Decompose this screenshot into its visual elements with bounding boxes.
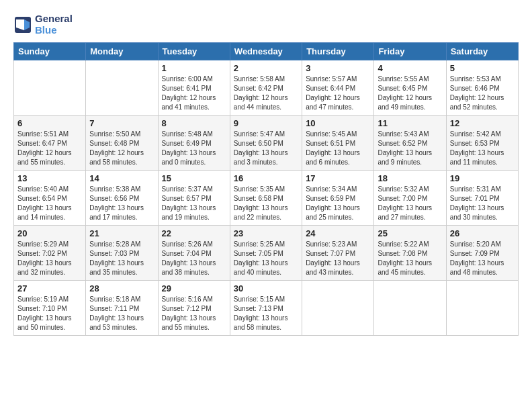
cell-sun-info: Sunrise: 5:22 AM Sunset: 7:08 PM Dayligh… [378,240,442,277]
day-number: 9 [234,118,298,128]
day-number: 26 [450,228,515,238]
cell-sun-info: Sunrise: 5:32 AM Sunset: 7:00 PM Dayligh… [378,185,442,222]
calendar-cell: 2Sunrise: 5:58 AM Sunset: 6:42 PM Daylig… [230,60,302,116]
day-number: 1 [162,63,226,73]
cell-sun-info: Sunrise: 5:15 AM Sunset: 7:13 PM Dayligh… [234,295,298,332]
calendar-cell [302,281,374,336]
calendar-cell [86,60,158,116]
logo-text: General Blue [35,13,73,36]
day-number: 18 [378,173,442,183]
cell-sun-info: Sunrise: 5:57 AM Sunset: 6:44 PM Dayligh… [306,75,370,112]
cell-sun-info: Sunrise: 5:16 AM Sunset: 7:12 PM Dayligh… [162,295,226,332]
day-number: 8 [162,118,226,128]
cell-sun-info: Sunrise: 5:47 AM Sunset: 6:50 PM Dayligh… [234,130,298,167]
cell-sun-info: Sunrise: 5:42 AM Sunset: 6:53 PM Dayligh… [450,130,515,167]
cell-sun-info: Sunrise: 5:18 AM Sunset: 7:11 PM Dayligh… [89,295,154,332]
calendar-cell [446,281,518,336]
col-header-tuesday: Tuesday [158,43,230,60]
day-number: 6 [17,118,82,128]
col-header-wednesday: Wednesday [230,43,302,60]
calendar-cell: 10Sunrise: 5:45 AM Sunset: 6:51 PM Dayli… [302,116,374,171]
day-number: 3 [306,63,370,73]
day-number: 28 [89,283,154,293]
calendar-cell: 27Sunrise: 5:19 AM Sunset: 7:10 PM Dayli… [14,281,86,336]
calendar-cell: 15Sunrise: 5:37 AM Sunset: 6:57 PM Dayli… [158,171,230,226]
cell-sun-info: Sunrise: 5:58 AM Sunset: 6:42 PM Dayligh… [234,75,298,112]
day-number: 16 [234,173,298,183]
calendar-cell: 12Sunrise: 5:42 AM Sunset: 6:53 PM Dayli… [446,116,518,171]
day-number: 14 [89,173,154,183]
calendar-cell: 8Sunrise: 5:48 AM Sunset: 6:49 PM Daylig… [158,116,230,171]
cell-sun-info: Sunrise: 6:00 AM Sunset: 6:41 PM Dayligh… [162,75,226,112]
day-number: 13 [17,173,82,183]
day-number: 24 [306,228,370,238]
cell-sun-info: Sunrise: 5:50 AM Sunset: 6:48 PM Dayligh… [89,130,154,167]
day-number: 15 [162,173,226,183]
day-number: 11 [378,118,442,128]
calendar-cell [14,60,86,116]
cell-sun-info: Sunrise: 5:51 AM Sunset: 6:47 PM Dayligh… [17,130,82,167]
cell-sun-info: Sunrise: 5:38 AM Sunset: 6:56 PM Dayligh… [89,185,154,222]
day-number: 20 [17,228,82,238]
col-header-monday: Monday [86,43,158,60]
calendar-table: SundayMondayTuesdayWednesdayThursdayFrid… [13,42,519,336]
logo-icon [13,15,32,34]
day-number: 27 [17,283,82,293]
page-header: General Blue [13,13,519,36]
day-number: 19 [450,173,515,183]
cell-sun-info: Sunrise: 5:45 AM Sunset: 6:51 PM Dayligh… [306,130,370,167]
calendar-cell: 25Sunrise: 5:22 AM Sunset: 7:08 PM Dayli… [374,226,446,281]
cell-sun-info: Sunrise: 5:26 AM Sunset: 7:04 PM Dayligh… [162,240,226,277]
calendar-cell: 17Sunrise: 5:34 AM Sunset: 6:59 PM Dayli… [302,171,374,226]
cell-sun-info: Sunrise: 5:28 AM Sunset: 7:03 PM Dayligh… [89,240,154,277]
calendar-cell: 24Sunrise: 5:23 AM Sunset: 7:07 PM Dayli… [302,226,374,281]
day-number: 12 [450,118,515,128]
day-number: 30 [234,283,298,293]
col-header-saturday: Saturday [446,43,518,60]
calendar-cell: 14Sunrise: 5:38 AM Sunset: 6:56 PM Dayli… [86,171,158,226]
calendar-cell: 4Sunrise: 5:55 AM Sunset: 6:45 PM Daylig… [374,60,446,116]
calendar-cell: 20Sunrise: 5:29 AM Sunset: 7:02 PM Dayli… [14,226,86,281]
calendar-week-row: 13Sunrise: 5:40 AM Sunset: 6:54 PM Dayli… [14,171,519,226]
calendar-week-row: 1Sunrise: 6:00 AM Sunset: 6:41 PM Daylig… [14,60,519,116]
calendar-cell: 5Sunrise: 5:53 AM Sunset: 6:46 PM Daylig… [446,60,518,116]
calendar-cell: 7Sunrise: 5:50 AM Sunset: 6:48 PM Daylig… [86,116,158,171]
calendar-cell: 19Sunrise: 5:31 AM Sunset: 7:01 PM Dayli… [446,171,518,226]
calendar-week-row: 20Sunrise: 5:29 AM Sunset: 7:02 PM Dayli… [14,226,519,281]
calendar-cell: 18Sunrise: 5:32 AM Sunset: 7:00 PM Dayli… [374,171,446,226]
calendar-cell: 16Sunrise: 5:35 AM Sunset: 6:58 PM Dayli… [230,171,302,226]
cell-sun-info: Sunrise: 5:53 AM Sunset: 6:46 PM Dayligh… [450,75,515,112]
day-number: 25 [378,228,442,238]
calendar-header-row: SundayMondayTuesdayWednesdayThursdayFrid… [14,43,519,60]
calendar-cell: 21Sunrise: 5:28 AM Sunset: 7:03 PM Dayli… [86,226,158,281]
col-header-sunday: Sunday [14,43,86,60]
day-number: 10 [306,118,370,128]
calendar-cell: 30Sunrise: 5:15 AM Sunset: 7:13 PM Dayli… [230,281,302,336]
cell-sun-info: Sunrise: 5:31 AM Sunset: 7:01 PM Dayligh… [450,185,515,222]
calendar-week-row: 6Sunrise: 5:51 AM Sunset: 6:47 PM Daylig… [14,116,519,171]
calendar-cell: 22Sunrise: 5:26 AM Sunset: 7:04 PM Dayli… [158,226,230,281]
calendar-cell: 9Sunrise: 5:47 AM Sunset: 6:50 PM Daylig… [230,116,302,171]
calendar-cell: 3Sunrise: 5:57 AM Sunset: 6:44 PM Daylig… [302,60,374,116]
day-number: 5 [450,63,515,73]
logo: General Blue [13,13,73,36]
day-number: 4 [378,63,442,73]
cell-sun-info: Sunrise: 5:25 AM Sunset: 7:05 PM Dayligh… [234,240,298,277]
cell-sun-info: Sunrise: 5:37 AM Sunset: 6:57 PM Dayligh… [162,185,226,222]
calendar-cell: 28Sunrise: 5:18 AM Sunset: 7:11 PM Dayli… [86,281,158,336]
calendar-cell: 23Sunrise: 5:25 AM Sunset: 7:05 PM Dayli… [230,226,302,281]
cell-sun-info: Sunrise: 5:19 AM Sunset: 7:10 PM Dayligh… [17,295,82,332]
cell-sun-info: Sunrise: 5:43 AM Sunset: 6:52 PM Dayligh… [378,130,442,167]
calendar-cell: 29Sunrise: 5:16 AM Sunset: 7:12 PM Dayli… [158,281,230,336]
cell-sun-info: Sunrise: 5:35 AM Sunset: 6:58 PM Dayligh… [234,185,298,222]
day-number: 2 [234,63,298,73]
cell-sun-info: Sunrise: 5:23 AM Sunset: 7:07 PM Dayligh… [306,240,370,277]
cell-sun-info: Sunrise: 5:20 AM Sunset: 7:09 PM Dayligh… [450,240,515,277]
calendar-cell: 6Sunrise: 5:51 AM Sunset: 6:47 PM Daylig… [14,116,86,171]
day-number: 23 [234,228,298,238]
cell-sun-info: Sunrise: 5:55 AM Sunset: 6:45 PM Dayligh… [378,75,442,112]
day-number: 29 [162,283,226,293]
day-number: 21 [89,228,154,238]
cell-sun-info: Sunrise: 5:40 AM Sunset: 6:54 PM Dayligh… [17,185,82,222]
calendar-week-row: 27Sunrise: 5:19 AM Sunset: 7:10 PM Dayli… [14,281,519,336]
